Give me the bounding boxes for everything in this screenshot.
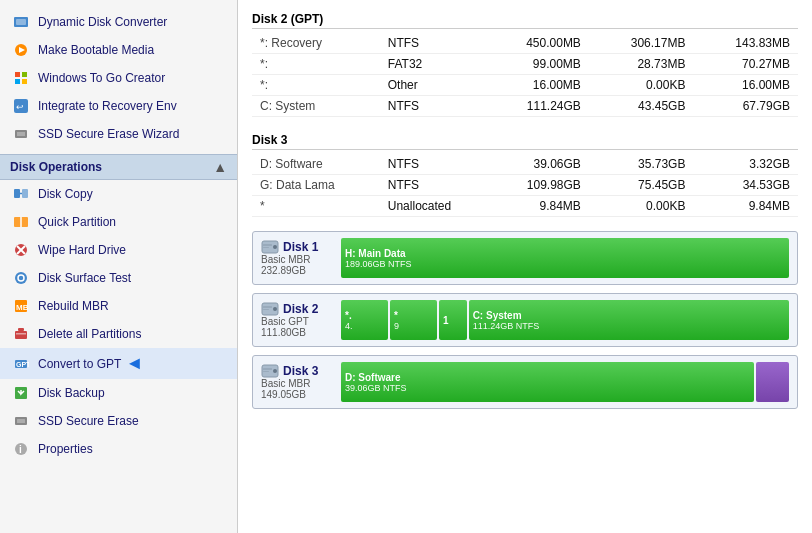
sidebar-item-disk-copy[interactable]: Disk Copy	[0, 180, 237, 208]
active-arrow-icon: ◄	[125, 353, 143, 374]
partition-used: 43.45GB	[589, 96, 694, 117]
disk-type-disk3: Basic MBR	[261, 378, 310, 389]
disk-copy-icon	[12, 185, 30, 203]
partition-bar[interactable]: D: Software39.06GB NTFS	[341, 362, 754, 402]
tools-section: Dynamic Disk Converter Make Bootable Med…	[0, 8, 237, 148]
disk-ops-header[interactable]: Disk Operations ▲	[0, 154, 237, 180]
svg-rect-4	[15, 72, 20, 77]
hdd-icon	[261, 364, 279, 378]
partition-used: 0.00KB	[589, 75, 694, 96]
svg-point-20	[15, 272, 27, 284]
rebuild-mbr-icon: MBR	[12, 297, 30, 315]
svg-rect-41	[263, 309, 269, 310]
disk-card-disk2[interactable]: Disk 2 Basic GPT 111.80GB *.4.*91C: Syst…	[252, 293, 798, 347]
sidebar-label-make-bootable: Make Bootable Media	[38, 43, 154, 57]
partition-total: 109.98GB	[484, 175, 589, 196]
disk2-table: *: Recovery NTFS 450.00MB 306.17MB 143.8…	[252, 33, 798, 117]
delete-partitions-icon	[12, 325, 30, 343]
sidebar-item-quick-partition[interactable]: Quick Partition	[0, 208, 237, 236]
partition-free: 70.27MB	[693, 54, 798, 75]
partition-bar[interactable]: H: Main Data189.06GB NTFS	[341, 238, 789, 278]
sidebar-label-dynamic-disk: Dynamic Disk Converter	[38, 15, 167, 29]
ssd-erase-wizard-icon	[12, 125, 30, 143]
disk-partitions-disk1: H: Main Data189.06GB NTFS	[341, 238, 789, 278]
sidebar-item-delete-partitions[interactable]: Delete all Partitions	[0, 320, 237, 348]
sidebar-label-disk-surface-test: Disk Surface Test	[38, 271, 131, 285]
sidebar-item-properties[interactable]: i Properties	[0, 435, 237, 463]
partition-name: *:	[252, 75, 380, 96]
sidebar-item-ssd-secure-erase[interactable]: SSD Secure Erase	[0, 407, 237, 435]
disk-name-disk3: Disk 3	[261, 364, 318, 378]
disk-backup-icon	[12, 384, 30, 402]
partition-used: 35.73GB	[589, 154, 694, 175]
table-row: *: FAT32 99.00MB 28.73MB 70.27MB	[252, 54, 798, 75]
sidebar-item-rebuild-mbr[interactable]: MBR Rebuild MBR	[0, 292, 237, 320]
svg-rect-7	[22, 79, 27, 84]
svg-rect-1	[16, 19, 26, 25]
svg-point-39	[273, 307, 277, 311]
sidebar-label-quick-partition: Quick Partition	[38, 215, 116, 229]
partition-fs: NTFS	[380, 96, 485, 117]
disk-label-disk2: Disk 2 Basic GPT 111.80GB	[261, 302, 341, 338]
partition-name: *:	[252, 54, 380, 75]
disk2-title: Disk 2 (GPT)	[252, 10, 798, 29]
partition-bar[interactable]	[756, 362, 789, 402]
partition-free: 143.83MB	[693, 33, 798, 54]
svg-rect-13	[22, 189, 28, 198]
table-row: * Unallocated 9.84MB 0.00KB 9.84MB	[252, 196, 798, 217]
sidebar-item-wipe-hard-drive[interactable]: Wipe Hard Drive	[0, 236, 237, 264]
partition-total: 450.00MB	[484, 33, 589, 54]
sidebar-label-rebuild-mbr: Rebuild MBR	[38, 299, 109, 313]
integrate-recovery-icon: ↩	[12, 97, 30, 115]
partition-fs: Other	[380, 75, 485, 96]
svg-rect-6	[15, 79, 20, 84]
table-row: G: Data Lama NTFS 109.98GB 75.45GB 34.53…	[252, 175, 798, 196]
partition-fs: NTFS	[380, 154, 485, 175]
disk-partitions-disk3: D: Software39.06GB NTFS	[341, 362, 789, 402]
disk-label-disk3: Disk 3 Basic MBR 149.05GB	[261, 364, 341, 400]
disk3-section: Disk 3 D: Software NTFS 39.06GB 35.73GB …	[252, 131, 798, 223]
disk-size-disk3: 149.05GB	[261, 389, 306, 400]
partition-name: D: Software	[252, 154, 380, 175]
table-row: D: Software NTFS 39.06GB 35.73GB 3.32GB	[252, 154, 798, 175]
sidebar-item-integrate-recovery[interactable]: ↩ Integrate to Recovery Env	[0, 92, 237, 120]
sidebar-label-disk-backup: Disk Backup	[38, 386, 105, 400]
partition-fs: FAT32	[380, 54, 485, 75]
sidebar-label-delete-partitions: Delete all Partitions	[38, 327, 141, 341]
sidebar-item-win-to-go[interactable]: Windows To Go Creator	[0, 64, 237, 92]
table-row: C: System NTFS 111.24GB 43.45GB 67.79GB	[252, 96, 798, 117]
partition-bar[interactable]: *9	[390, 300, 437, 340]
svg-text:i: i	[19, 444, 22, 455]
svg-rect-40	[263, 306, 272, 308]
partition-name: C: System	[252, 96, 380, 117]
sidebar-item-ssd-erase-wizard[interactable]: SSD Secure Erase Wizard	[0, 120, 237, 148]
properties-icon: i	[12, 440, 30, 458]
partition-bar[interactable]: *.4.	[341, 300, 388, 340]
disk2-section: Disk 2 (GPT) *: Recovery NTFS 450.00MB 3…	[252, 10, 798, 123]
partition-bar[interactable]: C: System111.24GB NTFS	[469, 300, 789, 340]
partition-used: 75.45GB	[589, 175, 694, 196]
svg-rect-31	[17, 419, 25, 423]
partition-fs: NTFS	[380, 33, 485, 54]
svg-rect-25	[18, 328, 24, 331]
disk3-table: D: Software NTFS 39.06GB 35.73GB 3.32GBG…	[252, 154, 798, 217]
disk-label-disk1: Disk 1 Basic MBR 232.89GB	[261, 240, 341, 276]
disk-card-disk1[interactable]: Disk 1 Basic MBR 232.89GB H: Main Data18…	[252, 231, 798, 285]
svg-rect-44	[263, 368, 272, 370]
svg-point-35	[273, 245, 277, 249]
sidebar-item-make-bootable[interactable]: Make Bootable Media	[0, 36, 237, 64]
svg-rect-12	[14, 189, 20, 198]
sidebar-item-dynamic-disk[interactable]: Dynamic Disk Converter	[0, 8, 237, 36]
dynamic-disk-icon	[12, 13, 30, 31]
win-to-go-icon	[12, 69, 30, 87]
wipe-hard-drive-icon	[12, 241, 30, 259]
partition-name: *: Recovery	[252, 33, 380, 54]
sidebar-item-disk-surface-test[interactable]: Disk Surface Test	[0, 264, 237, 292]
ops-section: Disk Copy Quick Partition Wipe Hard Driv…	[0, 180, 237, 463]
sidebar-item-disk-backup[interactable]: Disk Backup	[0, 379, 237, 407]
svg-rect-45	[263, 371, 269, 372]
partition-bar[interactable]: 1	[439, 300, 467, 340]
collapse-icon[interactable]: ▲	[213, 159, 227, 175]
sidebar-item-convert-to-gpt[interactable]: GPT Convert to GPT ◄	[0, 348, 237, 379]
disk-card-disk3[interactable]: Disk 3 Basic MBR 149.05GB D: Software39.…	[252, 355, 798, 409]
